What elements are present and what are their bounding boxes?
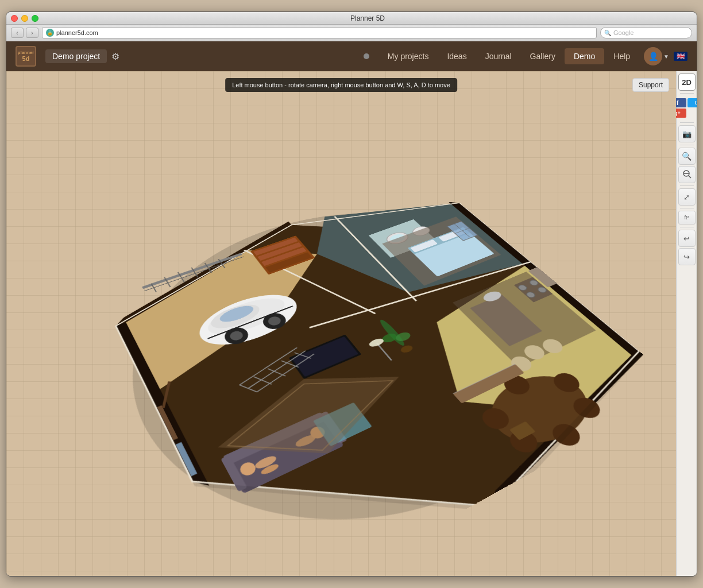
maximize-button[interactable] [32, 15, 38, 22]
search-bar[interactable]: 🔍 Google [600, 27, 692, 38]
undo-button[interactable]: ↩ [678, 230, 696, 247]
traffic-lights [11, 15, 38, 22]
nav-my-projects[interactable]: My projects [378, 48, 438, 64]
tooltip-text: Left mouse button - rotate camera, right… [232, 82, 450, 88]
floorplan-svg [48, 163, 676, 576]
nav-help[interactable]: Help [604, 48, 639, 64]
main-content: Left mouse button - rotate camera, right… [6, 71, 697, 576]
units-button[interactable]: ft² [678, 211, 696, 225]
toolbar-sep-3 [680, 145, 694, 145]
browser-nav-buttons: ‹ › [11, 28, 38, 38]
status-dot [364, 53, 369, 59]
ssl-icon: 🔒 [46, 29, 54, 37]
window-title: Planner 5D [43, 14, 692, 22]
right-toolbar: 2D f t g+ 📷 🔍 [676, 71, 697, 576]
toolbar-sep-5 [680, 208, 694, 208]
toolbar-sep-4 [680, 185, 694, 186]
undo-icon: ↩ [683, 234, 690, 243]
user-dropdown-arrow[interactable]: ▼ [663, 53, 669, 60]
nav-ideas[interactable]: Ideas [438, 48, 476, 64]
toolbar-sep-2 [680, 122, 694, 123]
project-name[interactable]: Demo project [45, 49, 107, 63]
nav-demo[interactable]: Demo [565, 48, 604, 64]
zoom-in-icon: 🔍 [682, 152, 692, 161]
app-nav: planner5d Demo project ⚙ My projects Ide… [6, 41, 697, 71]
nav-links: My projects Ideas Journal Gallery Demo H… [378, 48, 639, 64]
zoom-in-button[interactable]: 🔍 [678, 148, 696, 165]
zoom-out-button[interactable] [678, 166, 696, 183]
svg-line-103 [689, 176, 691, 178]
nav-gallery[interactable]: Gallery [521, 48, 565, 64]
support-button[interactable]: Support [632, 78, 669, 92]
twitter-button[interactable]: t [687, 98, 697, 107]
tooltip: Left mouse button - rotate camera, right… [225, 78, 457, 92]
mac-window: Planner 5D ‹ › 🔒 planner5d.com 🔍 Google … [6, 11, 697, 577]
floorplan-container [35, 100, 647, 559]
zoom-out-icon [682, 169, 692, 180]
view-2d-button[interactable]: 2D [678, 74, 696, 91]
language-flag[interactable]: 🇬🇧 [674, 52, 687, 61]
settings-icon[interactable]: ⚙ [111, 51, 119, 62]
address-bar[interactable]: 🔒 planner5d.com [42, 27, 597, 38]
nav-journal[interactable]: Journal [476, 48, 521, 64]
toolbar-sep-6 [680, 227, 694, 227]
toolbar-sep-1 [680, 93, 694, 94]
3d-viewport[interactable]: Left mouse button - rotate camera, right… [6, 71, 676, 576]
units-label: ft² [685, 215, 689, 220]
2d-label: 2D [682, 78, 692, 87]
camera-icon: 📷 [682, 130, 692, 138]
fit-icon: ⤢ [683, 193, 690, 202]
url-text: planner5d.com [56, 29, 98, 36]
search-icon: 🔍 [604, 30, 611, 36]
user-avatar[interactable]: 👤 [644, 47, 662, 65]
screenshot-button[interactable]: 📷 [678, 125, 696, 142]
forward-button[interactable]: › [26, 28, 38, 38]
close-button[interactable] [11, 15, 18, 22]
redo-icon: ↪ [683, 253, 690, 261]
fit-view-button[interactable]: ⤢ [678, 188, 696, 206]
title-bar: Planner 5D [6, 12, 697, 25]
back-button[interactable]: ‹ [11, 28, 24, 38]
search-placeholder: Google [613, 29, 634, 36]
redo-button[interactable]: ↪ [678, 248, 696, 265]
browser-chrome: ‹ › 🔒 planner5d.com 🔍 Google [6, 25, 697, 41]
logo-icon: planner5d [16, 46, 36, 67]
minimize-button[interactable] [21, 15, 28, 22]
logo: planner5d [16, 46, 36, 67]
